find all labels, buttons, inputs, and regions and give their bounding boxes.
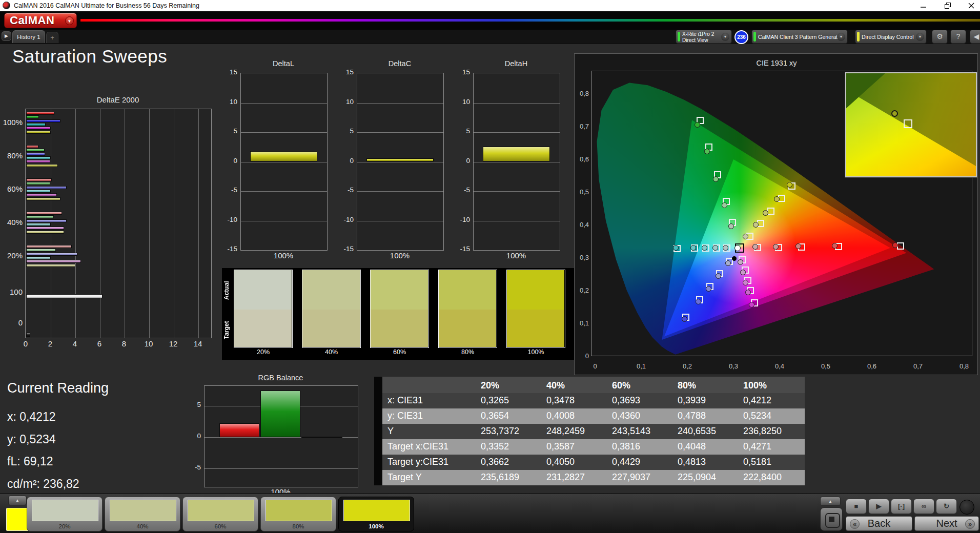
tab-history-1[interactable]: History 1: [12, 30, 45, 43]
deltae-bar: [26, 178, 52, 181]
table-cell: 235,6189: [476, 470, 541, 485]
grid-line: [51, 109, 51, 338]
saturation-button-label: 40%: [105, 523, 180, 529]
saturation-button-20%[interactable]: 20%: [27, 497, 103, 531]
deltae-bar: [26, 190, 51, 193]
chevron-double-left-icon: «: [850, 519, 860, 529]
measured-point: [740, 270, 746, 275]
deltae-bar: [26, 119, 60, 122]
deltae-ylabel: 60%: [0, 184, 23, 193]
collapse-panel-button[interactable]: ◀: [970, 30, 980, 44]
rgb-balance-title: RGB Balance: [204, 374, 357, 382]
measurement-table: 20%40%60%80%100%x: CIE310,32650,34780,36…: [374, 377, 805, 485]
patch-target: [302, 310, 360, 347]
saturation-button-swatch: [266, 500, 332, 521]
deltae-bar: [26, 153, 45, 156]
grid-line: [474, 191, 560, 192]
play-button[interactable]: ▶: [868, 499, 889, 514]
cie-title: CIE 1931 xy: [575, 59, 978, 67]
restore-button[interactable]: [939, 0, 956, 11]
table-header-cell: 20%: [476, 377, 541, 393]
table-cell: 231,2827: [541, 470, 607, 485]
saturation-button-60%[interactable]: 60%: [182, 497, 258, 531]
delta-bar: [366, 158, 434, 161]
rgb-bar-blue: [301, 437, 342, 438]
expand-strip-button[interactable]: ▲: [8, 496, 27, 505]
add-tab-button[interactable]: +: [46, 32, 58, 43]
saturation-button-100%[interactable]: 100%: [338, 497, 414, 531]
current-reading-title: Current Reading: [7, 380, 109, 396]
help-button[interactable]: ?: [950, 30, 966, 44]
saturation-button-80%[interactable]: 80%: [260, 497, 336, 531]
stop-button[interactable]: ■: [846, 499, 867, 514]
grid-line: [241, 191, 327, 192]
grid-line: [149, 109, 150, 338]
delta-ytick: 10: [332, 98, 354, 106]
saturation-button-label: 80%: [261, 523, 336, 529]
cie-xtick: 0: [585, 362, 605, 370]
help-icon: ?: [956, 32, 961, 40]
settings-button[interactable]: ⚙: [932, 30, 948, 44]
swatch-row-label: Actual: [223, 271, 232, 311]
display-control-dropdown[interactable]: Direct Display Control ▼: [855, 30, 927, 44]
deltae-ylabel: 100: [0, 288, 23, 296]
back-button[interactable]: « Back: [846, 516, 912, 531]
deltae-bar-black: [26, 333, 30, 337]
table-row-label: y: CIE31: [382, 408, 476, 424]
patch-target: [439, 310, 496, 347]
deltae-bar: [26, 115, 39, 118]
meter-dropdown[interactable]: X-Rite i1Pro 2Direct View ▼: [676, 30, 732, 44]
cie-ytick: 0,5: [575, 188, 589, 196]
app-icon: [3, 2, 10, 9]
deltae-bar: [26, 227, 64, 230]
grid-line: [241, 103, 327, 104]
patch-label: 100%: [506, 348, 565, 356]
meter-status-indicator: [678, 32, 680, 42]
table-row-label: x: CIE31: [382, 393, 476, 408]
deltae-bar: [26, 149, 45, 152]
close-button[interactable]: [963, 0, 980, 11]
delta-ytick: 10: [448, 98, 470, 106]
measured-point: [725, 260, 731, 266]
stop-large-button[interactable]: [820, 507, 843, 531]
measured-point: [723, 245, 728, 251]
deltae-bar: [26, 127, 51, 130]
measured-point: [743, 280, 748, 285]
refresh-button[interactable]: ↻: [936, 499, 957, 514]
delta-ytick: -10: [448, 216, 470, 223]
patch-label: 60%: [370, 348, 429, 356]
delta-ytick: -10: [216, 216, 237, 223]
next-button[interactable]: Next »: [914, 516, 979, 531]
cie-ytick: 0,7: [575, 122, 589, 130]
delta-chart-title: DeltaL: [240, 59, 326, 68]
page-title: Saturation Sweeps: [12, 46, 167, 67]
deltae-xtick: 8: [114, 339, 134, 348]
grid-line: [198, 109, 199, 338]
table-cell: 0,5234: [738, 408, 805, 424]
table-cell: 0,4813: [672, 455, 738, 470]
calman-menu-button[interactable]: CalMAN ▼: [4, 13, 77, 28]
stop-icon: ■: [846, 499, 866, 514]
loop-button[interactable]: ∞: [913, 499, 934, 514]
cie-panel: CIE 1931 xy 0,80,70,60,50,40,30,20,1000,…: [574, 53, 978, 375]
saturation-button-40%[interactable]: 40%: [105, 497, 180, 531]
delta-ytick: 0: [216, 157, 237, 165]
patch-label: 20%: [234, 348, 293, 356]
cie-ytick: 0,4: [575, 221, 589, 229]
expand-controls-button[interactable]: ▲: [820, 497, 841, 506]
deltae-xtick: 0: [15, 339, 36, 348]
delta-xlabel: 100%: [357, 251, 443, 260]
pattern-generator-dropdown[interactable]: CalMAN Client 3 Pattern Generator ▼: [751, 30, 848, 44]
delta-ytick: -5: [332, 186, 354, 194]
deltae-xtick: 10: [138, 339, 159, 348]
minimize-button[interactable]: [914, 0, 932, 11]
table-header-cell: 60%: [607, 377, 672, 393]
luminance-badge: 236: [734, 30, 748, 44]
cie-ytick: 0,1: [575, 319, 589, 327]
chevron-down-icon: ▼: [837, 33, 845, 41]
saturation-button-swatch: [110, 500, 176, 521]
deltae-bar: [26, 249, 56, 252]
table-cell: 0,4360: [607, 408, 672, 424]
tab-scroll-button[interactable]: ▶: [2, 31, 11, 41]
step-button[interactable]: [·]: [891, 499, 912, 514]
